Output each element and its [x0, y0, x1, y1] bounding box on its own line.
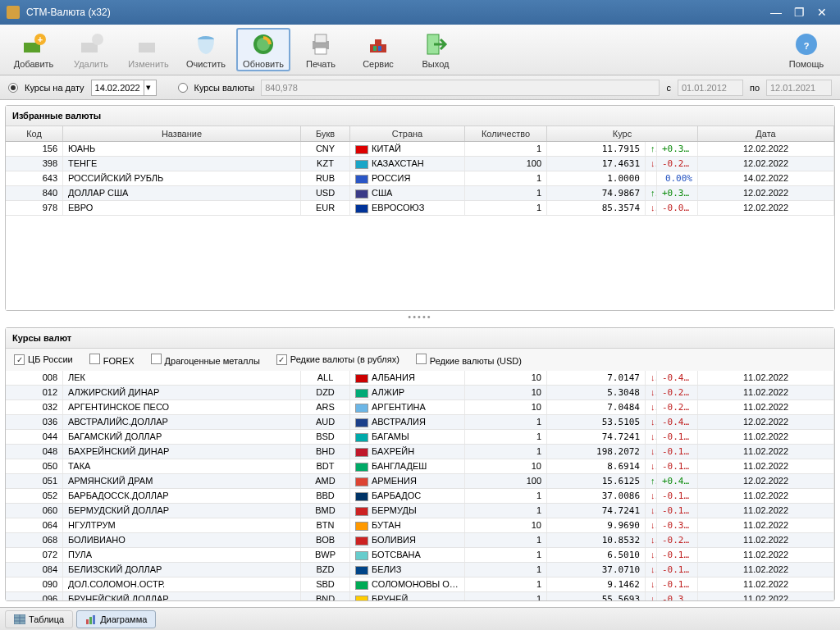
clear-icon	[193, 31, 219, 57]
table-row[interactable]: 036АВСТРАЛИЙС.ДОЛЛАРAUDАВСТРАЛИЯ153.5105…	[6, 415, 834, 430]
svg-rect-15	[378, 46, 381, 51]
svg-rect-23	[86, 619, 89, 624]
chart-icon	[85, 614, 97, 624]
add-button[interactable]: + Добавить	[7, 28, 61, 71]
exit-icon	[422, 31, 449, 57]
app-icon	[7, 6, 20, 19]
table-row[interactable]: 156ЮАНЬCNYКИТАЙ111.7915↑+0.35%12.02.2022	[6, 142, 834, 157]
table-row[interactable]: 044БАГАМСКИЙ ДОЛЛАРBSDБАГАМЫ174.7241↓-0.…	[6, 430, 834, 445]
svg-rect-25	[93, 615, 95, 624]
favorites-panel: Избранные валюты Код Название Букв Стран…	[5, 105, 835, 311]
svg-rect-11	[315, 48, 326, 54]
table-row[interactable]: 978ЕВРОEURЕВРОСОЮЗ185.3574↓-0.03%12.02.2…	[6, 201, 834, 216]
table-row[interactable]: 084БЕЛИЗСКИЙ ДОЛЛАРBZDБЕЛИЗ137.0710↓-0.1…	[6, 563, 834, 578]
refresh-button[interactable]: Обновить	[236, 28, 290, 71]
table-row[interactable]: 072ПУЛАBWPБОТСВАНА16.5010↓-0.10%11.02.20…	[6, 548, 834, 563]
edit-icon	[135, 31, 162, 57]
help-icon: ?	[793, 31, 819, 57]
table-row[interactable]: 051АРМЯНСКИЙ ДРАМAMDАРМЕНИЯ10015.6125↑+0…	[6, 474, 834, 489]
table-row[interactable]: 052БАРБАДОССК.ДОЛЛАРBBDБАРБАДОС137.0086↓…	[6, 489, 834, 504]
panel-divider[interactable]: •••••	[0, 311, 840, 322]
help-button[interactable]: ? Помощь	[779, 28, 833, 71]
print-icon	[308, 31, 334, 57]
delete-button: Удалить	[64, 28, 118, 71]
print-button[interactable]: Печать	[294, 28, 348, 71]
cbr-checkbox[interactable]: ЦБ России	[14, 354, 73, 365]
delete-icon	[78, 31, 104, 57]
metals-checkbox[interactable]: Драгоценные металлы	[151, 354, 260, 366]
window-title: СТМ-Валюта (x32)	[26, 7, 765, 18]
svg-point-4	[92, 34, 103, 45]
favorites-header[interactable]: Код Название Букв Страна Количество Курс…	[6, 126, 834, 142]
table-row[interactable]: 096БРУНЕЙСКИЙ ДОЛЛАРBNDБРУНЕЙ155.5693↓-0…	[6, 592, 834, 600]
svg-rect-14	[373, 46, 377, 51]
svg-rect-24	[89, 617, 92, 624]
to-date: 12.01.2021	[766, 80, 832, 96]
title-bar: СТМ-Валюта (x32) — ❐ ✕	[0, 0, 840, 25]
tab-chart[interactable]: Диаграмма	[76, 610, 156, 628]
by-date-radio[interactable]	[8, 83, 18, 93]
tab-table[interactable]: Таблица	[5, 610, 73, 628]
edit-button: Изменить	[121, 28, 176, 71]
table-icon	[14, 614, 25, 624]
table-row[interactable]: 032АРГЕНТИНСКОЕ ПЕСОARSАРГЕНТИНА107.0484…	[6, 400, 834, 415]
maximize-button[interactable]: ❐	[788, 3, 810, 21]
minimize-button[interactable]: —	[765, 3, 788, 21]
forex-checkbox[interactable]: FOREX	[89, 354, 135, 366]
main-toolbar: + Добавить Удалить Изменить Очистить Обн…	[0, 25, 840, 75]
table-row[interactable]: 643РОССИЙСКИЙ РУБЛЬRUBРОССИЯ11.00000.00%…	[6, 171, 834, 186]
refresh-icon	[250, 31, 276, 57]
table-row[interactable]: 840ДОЛЛАР СШАUSDСША174.9867↑+0.35%12.02.…	[6, 186, 834, 201]
svg-text:?: ?	[804, 41, 810, 51]
currency-rates-label: Курсы валюты	[194, 83, 255, 93]
favorites-grid: Код Название Букв Страна Количество Курс…	[6, 126, 834, 310]
rare-usd-checkbox[interactable]: Редкие валюты (USD)	[416, 354, 522, 366]
filter-bar: Курсы на дату 14.02.2022 ▾ Курсы валюты …	[0, 75, 840, 100]
rates-panel: Курсы валют ЦБ России FOREX Драгоценные …	[5, 327, 835, 601]
clear-button[interactable]: Очистить	[179, 28, 233, 71]
from-date: 01.01.2012	[678, 80, 743, 96]
rates-title: Курсы валют	[6, 328, 834, 349]
service-icon	[365, 31, 391, 57]
codes-input: 840,978	[261, 80, 660, 96]
from-label: с	[666, 83, 671, 93]
add-icon: +	[21, 31, 47, 57]
close-button[interactable]: ✕	[810, 3, 833, 21]
svg-rect-10	[315, 34, 326, 43]
svg-rect-13	[375, 39, 381, 44]
service-button[interactable]: Сервис	[351, 28, 405, 71]
svg-rect-5	[139, 43, 155, 52]
table-row[interactable]: 090ДОЛ.СОЛОМОН.ОСТР.SBDСОЛОМОНОВЫ ОСТРОВ…	[6, 578, 834, 592]
table-row[interactable]: 060БЕРМУДСКИЙ ДОЛЛАРBMDБЕРМУДЫ174.7241↓-…	[6, 504, 834, 518]
by-date-label: Курсы на дату	[25, 83, 84, 93]
table-row[interactable]: 012АЛЖИРСКИЙ ДИНАРDZDАЛЖИР105.3048↓-0.23…	[6, 386, 834, 400]
date-picker[interactable]: 14.02.2022 ▾	[91, 80, 157, 96]
rare-rub-checkbox[interactable]: Редкие валюты (в рублях)	[276, 354, 399, 365]
favorites-title: Избранные валюты	[6, 106, 834, 126]
chevron-down-icon[interactable]: ▾	[144, 80, 153, 95]
table-row[interactable]: 008ЛЕКALLАЛБАНИЯ107.0147↓-0.46%11.02.202…	[6, 371, 834, 386]
table-row[interactable]: 048БАХРЕЙНСКИЙ ДИНАРBHDБАХРЕЙН1198.2072↓…	[6, 445, 834, 459]
bottom-tabs: Таблица Диаграмма	[0, 607, 840, 630]
to-label: по	[750, 83, 760, 93]
rates-filters: ЦБ России FOREX Драгоценные металлы Редк…	[6, 349, 834, 371]
table-row[interactable]: 068БОЛИВИАНОBOBБОЛИВИЯ110.8532↓-0.25%11.…	[6, 533, 834, 548]
svg-text:+: +	[38, 34, 43, 44]
table-row[interactable]: 064НГУЛТРУМBTNБУТАН109.9690↓-0.30%11.02.…	[6, 518, 834, 533]
currency-rates-radio[interactable]	[178, 83, 188, 93]
table-row[interactable]: 398ТЕНГЕKZTКАЗАХСТАН10017.4631↓-0.22%12.…	[6, 157, 834, 171]
table-row[interactable]: 050ТАКАBDTБАНГЛАДЕШ108.6914↓-0.10%11.02.…	[6, 459, 834, 474]
rates-grid: 008ЛЕКALLАЛБАНИЯ107.0147↓-0.46%11.02.202…	[6, 371, 834, 600]
exit-button[interactable]: Выход	[409, 28, 463, 71]
